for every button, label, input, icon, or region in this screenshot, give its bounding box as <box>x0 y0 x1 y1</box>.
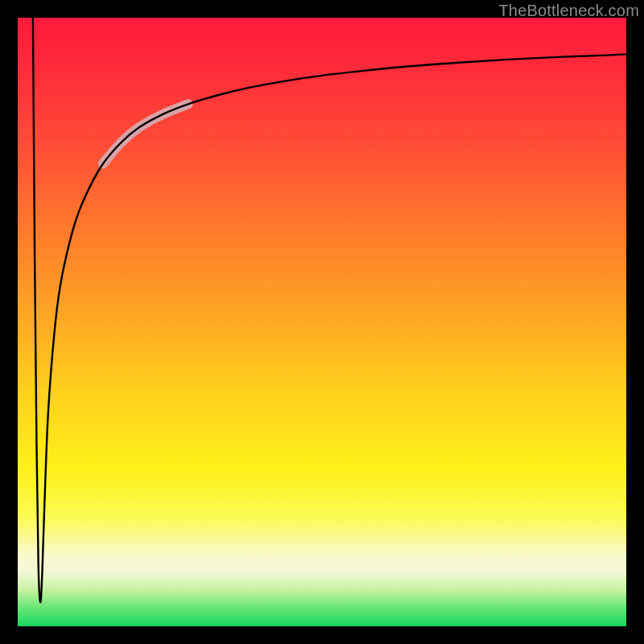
attribution-text: TheBottleneck.com <box>498 2 639 20</box>
plot-area <box>18 18 626 626</box>
highlight-segment <box>103 104 188 163</box>
main-curve <box>33 18 626 602</box>
chart-frame: TheBottleneck.com <box>0 0 644 644</box>
curve-layer <box>18 18 626 626</box>
